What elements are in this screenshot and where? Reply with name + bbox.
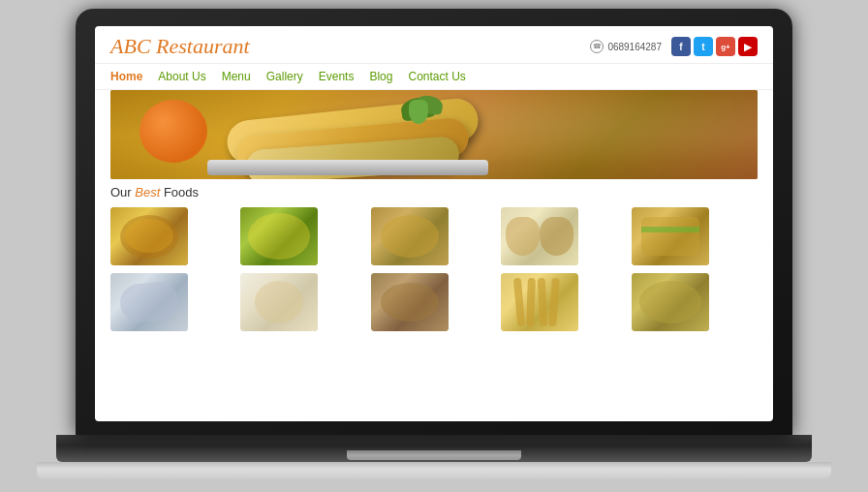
nav-contact[interactable]: Contact Us (408, 70, 465, 83)
youtube-icon[interactable]: ▶ (738, 37, 758, 56)
section-title-best: Best (135, 185, 160, 200)
food-thumb-sandwich[interactable] (632, 207, 709, 265)
phone-info: ☎ 0689164287 (590, 40, 662, 53)
laptop-base (56, 435, 812, 462)
nav-menu[interactable]: Menu (222, 70, 251, 83)
food-thumb-plate[interactable] (240, 273, 318, 331)
nav-gallery[interactable]: Gallery (266, 70, 303, 83)
hero-image (110, 90, 758, 179)
section-title-post: Foods (160, 185, 199, 200)
touchpad-bar (347, 450, 521, 460)
food-grid-row1 (95, 203, 773, 269)
food-grid-row2 (95, 269, 773, 335)
section-title: Our Best Foods (95, 179, 773, 203)
food-thumb-mixed[interactable] (632, 273, 709, 331)
facebook-icon[interactable]: f (671, 37, 691, 56)
phone-number: 0689164287 (607, 42, 662, 52)
food-thumb-tacos[interactable] (501, 207, 578, 265)
food-thumb-burger[interactable] (371, 273, 449, 331)
nav-about[interactable]: About Us (158, 70, 205, 83)
google-plus-icon[interactable]: g+ (716, 37, 735, 56)
nav-blog[interactable]: Blog (369, 70, 392, 83)
header-right: ☎ 0689164287 f t g+ ▶ (590, 37, 758, 56)
food-thumb-salad[interactable] (240, 207, 318, 265)
food-thumb-wrap[interactable] (110, 273, 188, 331)
twitter-icon[interactable]: t (694, 37, 713, 56)
food-thumb-bowl[interactable] (371, 207, 449, 265)
section-title-pre: Our (110, 185, 135, 200)
hero-banner (110, 90, 758, 179)
site-header: ABC Restaurant ☎ 0689164287 f t g+ ▶ (95, 26, 773, 64)
nav-home[interactable]: Home (110, 70, 142, 83)
social-icons: f t g+ ▶ (671, 37, 758, 56)
food-thumb-fries[interactable] (501, 273, 578, 331)
laptop-bottom (37, 462, 831, 479)
nav-events[interactable]: Events (319, 70, 355, 83)
phone-icon: ☎ (590, 40, 604, 53)
site-logo: ABC Restaurant (110, 34, 250, 59)
screen-bezel: ABC Restaurant ☎ 0689164287 f t g+ ▶ (76, 9, 792, 435)
screen: ABC Restaurant ☎ 0689164287 f t g+ ▶ (95, 26, 773, 421)
site-navigation: Home About Us Menu Gallery Events Blog C… (95, 64, 773, 90)
laptop-container: ABC Restaurant ☎ 0689164287 f t g+ ▶ (56, 9, 812, 483)
food-thumb-noodles[interactable] (110, 207, 188, 265)
